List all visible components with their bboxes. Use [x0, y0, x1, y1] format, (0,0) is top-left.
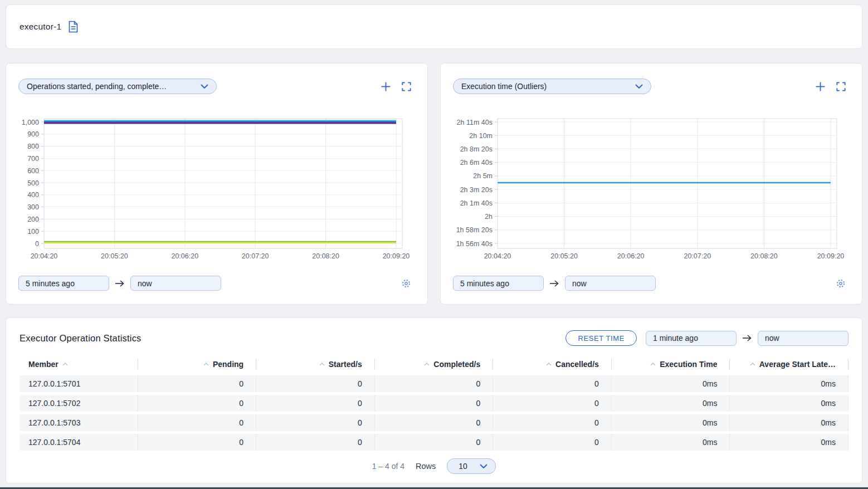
document-icon[interactable]: [68, 21, 79, 33]
metric-select-execution-time[interactable]: Execution time (Outliers): [453, 79, 651, 94]
chart-settings-button[interactable]: [401, 278, 412, 289]
operations-chart: 1,000900800700600500400300200100020:04:2…: [18, 116, 415, 262]
value-cell: 0: [138, 395, 257, 412]
sort-chevron-icon: [319, 363, 325, 366]
execution-time-chart: 2h 11m 40s2h 10m2h 8m 20s2h 6m 40s2h 5m2…: [453, 116, 850, 262]
time-to-input[interactable]: [565, 276, 656, 291]
svg-text:2h 3m 20s: 2h 3m 20s: [460, 186, 492, 194]
stats-time-to-input[interactable]: [758, 331, 849, 346]
value-cell: 0ms: [730, 434, 849, 451]
table-row[interactable]: 127.0.0.1:570100000ms0ms: [19, 375, 849, 392]
svg-text:200: 200: [27, 216, 39, 223]
sort-chevron-icon: [424, 363, 430, 366]
chevron-down-icon: [480, 464, 487, 468]
value-cell: 0ms: [612, 414, 730, 431]
executor-stats-card: Executor Operation Statistics RESET TIME…: [6, 317, 862, 483]
pagination-rows-label: Rows: [416, 462, 436, 471]
value-cell: 0: [375, 434, 494, 451]
pagination-range: 1 – 4 of 4: [372, 462, 404, 471]
sort-chevron-icon: [650, 363, 656, 366]
stats-title: Executor Operation Statistics: [19, 333, 142, 344]
column-header-started-s[interactable]: Started/s: [256, 359, 375, 370]
sort-chevron-icon: [203, 363, 209, 366]
gear-icon: [836, 278, 846, 288]
svg-text:2h 11m 40s: 2h 11m 40s: [457, 119, 492, 126]
gear-icon: [401, 278, 411, 288]
svg-text:20:07:20: 20:07:20: [242, 252, 269, 260]
chart-panel-execution-time: Execution time (Outliers): [440, 63, 862, 305]
svg-text:2h 8m 20s: 2h 8m 20s: [460, 145, 492, 153]
column-header-pending[interactable]: Pending: [138, 359, 257, 370]
chevron-down-icon: [635, 84, 643, 89]
svg-text:20:08:20: 20:08:20: [750, 252, 778, 260]
sort-chevron-icon: [750, 363, 755, 366]
column-header-cancelled-s[interactable]: Cancelled/s: [493, 359, 612, 370]
value-cell: 0: [493, 375, 612, 392]
fullscreen-button[interactable]: [401, 81, 412, 92]
value-cell: 0ms: [730, 375, 849, 392]
svg-text:500: 500: [27, 179, 39, 187]
value-cell: 0ms: [730, 395, 849, 412]
svg-text:800: 800: [27, 143, 39, 150]
svg-text:20:05:20: 20:05:20: [550, 252, 578, 260]
value-cell: 0: [375, 414, 494, 431]
svg-text:20:09:20: 20:09:20: [383, 252, 410, 260]
value-cell: 0ms: [612, 395, 730, 412]
page-title: executor-1: [19, 22, 61, 32]
time-from-input[interactable]: [18, 276, 109, 291]
svg-text:20:06:20: 20:06:20: [617, 252, 645, 260]
svg-text:300: 300: [27, 203, 39, 211]
svg-text:20:07:20: 20:07:20: [684, 252, 711, 260]
metric-select-operations[interactable]: Operations started, pending, complete…: [18, 79, 217, 94]
stats-table-header: MemberPendingStarted/sCompleted/sCancell…: [19, 357, 849, 371]
plus-icon: [816, 82, 825, 91]
plus-icon: [381, 82, 391, 91]
add-chart-button[interactable]: [380, 81, 391, 92]
table-row[interactable]: 127.0.0.1:570400000ms0ms: [19, 434, 849, 451]
pagination: 1 – 4 of 4 Rows 10: [19, 458, 849, 474]
value-cell: 0: [256, 434, 375, 451]
value-cell: 0: [256, 375, 375, 392]
value-cell: 0: [138, 375, 257, 392]
charts-row: Operations started, pending, complete…: [6, 63, 862, 305]
reset-time-button[interactable]: RESET TIME: [565, 330, 637, 346]
member-cell: 127.0.0.1:5704: [19, 434, 138, 451]
value-cell: 0ms: [612, 375, 730, 392]
svg-text:2h: 2h: [485, 213, 492, 221]
value-cell: 0: [138, 434, 257, 451]
svg-text:20:06:20: 20:06:20: [171, 252, 198, 260]
arrow-right-icon: [549, 280, 559, 287]
column-header-execution-time[interactable]: Execution Time: [612, 359, 730, 370]
value-cell: 0: [493, 414, 612, 431]
column-header-completed-s[interactable]: Completed/s: [375, 359, 494, 370]
value-cell: 0: [256, 414, 375, 431]
add-chart-button[interactable]: [815, 81, 826, 92]
stats-time-from-input[interactable]: [646, 331, 737, 346]
fullscreen-icon: [836, 82, 846, 91]
table-row[interactable]: 127.0.0.1:570300000ms0ms: [19, 414, 849, 431]
chevron-down-icon: [201, 84, 208, 89]
svg-text:20:04:20: 20:04:20: [31, 252, 58, 260]
column-header-member[interactable]: Member: [19, 359, 138, 370]
svg-text:1,000: 1,000: [22, 119, 39, 126]
time-from-input[interactable]: [453, 276, 544, 291]
column-header-average-start-late-[interactable]: Average Start Late…: [730, 359, 849, 370]
value-cell: 0ms: [730, 414, 849, 431]
table-row[interactable]: 127.0.0.1:570200000ms0ms: [19, 395, 849, 412]
svg-text:2h 10m: 2h 10m: [469, 132, 492, 140]
fullscreen-icon: [402, 82, 411, 91]
time-to-input[interactable]: [130, 276, 221, 291]
svg-text:1h 56m 40s: 1h 56m 40s: [456, 240, 492, 248]
svg-text:400: 400: [27, 191, 39, 199]
value-cell: 0: [256, 395, 375, 412]
svg-text:2h 6m 40s: 2h 6m 40s: [460, 159, 492, 167]
member-cell: 127.0.0.1:5701: [19, 375, 138, 392]
fullscreen-button[interactable]: [835, 81, 846, 92]
value-cell: 0: [375, 395, 494, 412]
svg-text:2h 1m 40s: 2h 1m 40s: [460, 199, 492, 207]
value-cell: 0: [493, 395, 612, 412]
chart-settings-button[interactable]: [835, 278, 846, 289]
svg-text:700: 700: [27, 155, 39, 163]
value-cell: 0: [375, 375, 494, 392]
rows-per-page-select[interactable]: 10: [447, 458, 496, 474]
